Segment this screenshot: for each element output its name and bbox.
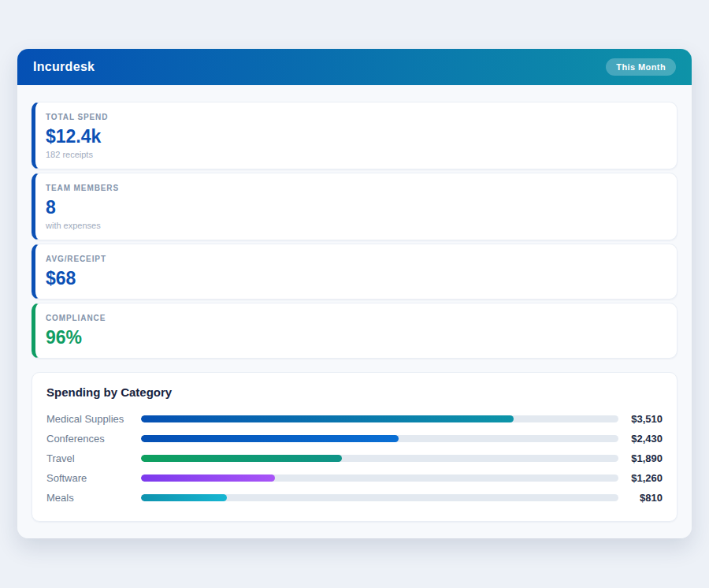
bar-track bbox=[141, 474, 618, 482]
stat-value: $68 bbox=[46, 267, 664, 289]
stat-label: TOTAL SPEND bbox=[46, 113, 664, 121]
stat-value: 8 bbox=[46, 196, 664, 218]
stat-value: 96% bbox=[46, 326, 664, 348]
spending-by-category-card: Spending by Category Medical Supplies $3… bbox=[32, 372, 677, 522]
category-value: $810 bbox=[618, 492, 663, 504]
stat-label: COMPLIANCE bbox=[46, 314, 664, 322]
bar-fill bbox=[141, 435, 399, 442]
category-value: $2,430 bbox=[618, 433, 663, 445]
stat-card-team-members: TEAM MEMBERS 8 with expenses bbox=[32, 173, 677, 240]
bar-fill bbox=[141, 415, 514, 422]
category-row-medical-supplies: Medical Supplies $3,510 bbox=[46, 409, 663, 429]
stat-card-total-spend: TOTAL SPEND $12.4k 182 receipts bbox=[32, 102, 677, 169]
period-badge[interactable]: This Month bbox=[606, 58, 676, 76]
bar-track bbox=[141, 494, 618, 501]
category-row-conferences: Conferences $2,430 bbox=[46, 429, 663, 448]
panel-body: TOTAL SPEND $12.4k 182 receipts TEAM MEM… bbox=[17, 85, 692, 538]
stat-subtext: with expenses bbox=[46, 221, 664, 230]
category-row-software: Software $1,260 bbox=[46, 468, 663, 488]
stat-card-compliance: COMPLIANCE 96% bbox=[32, 303, 677, 359]
bar-track bbox=[141, 415, 618, 422]
bar-fill bbox=[141, 455, 342, 462]
category-row-travel: Travel $1,890 bbox=[46, 448, 663, 468]
stat-label: TEAM MEMBERS bbox=[46, 184, 664, 192]
app-title: Incurdesk bbox=[33, 60, 95, 74]
category-value: $1,260 bbox=[618, 472, 663, 484]
spending-card-title: Spending by Category bbox=[46, 385, 663, 399]
category-label: Software bbox=[46, 472, 141, 484]
dashboard-panel: Incurdesk This Month TOTAL SPEND $12.4k … bbox=[17, 49, 692, 538]
category-label: Medical Supplies bbox=[46, 413, 141, 425]
bar-fill bbox=[141, 494, 227, 501]
category-row-meals: Meals $810 bbox=[46, 488, 663, 508]
category-label: Meals bbox=[46, 492, 141, 504]
stat-value: $12.4k bbox=[46, 125, 664, 147]
category-label: Travel bbox=[46, 452, 141, 464]
stat-card-avg-receipt: AVG/RECEIPT $68 bbox=[32, 244, 677, 300]
panel-header: Incurdesk This Month bbox=[17, 49, 692, 85]
stat-label: AVG/RECEIPT bbox=[46, 255, 664, 263]
bar-fill bbox=[141, 474, 275, 482]
category-value: $3,510 bbox=[618, 413, 663, 425]
bar-track bbox=[141, 435, 618, 442]
category-value: $1,890 bbox=[618, 452, 663, 464]
stat-subtext: 182 receipts bbox=[46, 150, 664, 159]
bar-track bbox=[141, 455, 618, 462]
category-label: Conferences bbox=[46, 433, 141, 445]
